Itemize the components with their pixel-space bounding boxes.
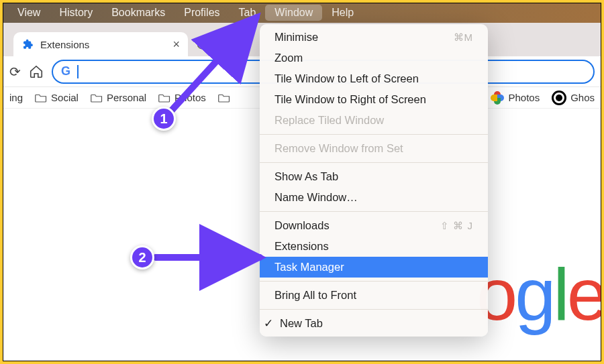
- menu-separator: [260, 162, 488, 163]
- menu-item-new-tab[interactable]: ✓New Tab: [260, 313, 488, 334]
- bookmark-label: Photos: [508, 92, 540, 103]
- folder-icon: [35, 93, 47, 103]
- puzzle-icon: [21, 38, 34, 50]
- menu-item-show-as-tab[interactable]: Show As Tab: [260, 166, 488, 187]
- menu-shortcut: ⇧ ⌘ J: [440, 220, 473, 232]
- annotation-badge-2: 2: [130, 245, 154, 269]
- menu-item-bring-all-to-front[interactable]: Bring All to Front: [260, 285, 488, 306]
- menu-tab[interactable]: Tab: [230, 5, 266, 21]
- globe-icon: [196, 38, 208, 50]
- bookmark-personal[interactable]: Personal: [91, 92, 146, 103]
- check-icon: ✓: [264, 317, 274, 330]
- bookmark-folder-blank[interactable]: [218, 93, 230, 103]
- menu-item-label: Zoom: [274, 52, 303, 64]
- reload-icon[interactable]: ⟳: [9, 64, 21, 80]
- bookmark-gphotos[interactable]: Photos: [491, 91, 540, 105]
- google-logo-partial: ogle: [476, 251, 604, 337]
- menu-item-tile-window-to-left-of-screen[interactable]: Tile Window to Left of Screen: [260, 68, 488, 89]
- ghost-icon: [552, 90, 566, 105]
- menu-window[interactable]: Window: [265, 5, 322, 21]
- menu-history[interactable]: History: [50, 5, 102, 21]
- menu-separator: [260, 281, 488, 282]
- menu-item-label: Task Manager: [274, 261, 344, 274]
- tab-title: Extensions: [40, 39, 89, 50]
- menu-shortcut: ⌘M: [454, 32, 474, 44]
- menu-separator: [260, 211, 488, 212]
- folder-icon: [91, 93, 103, 103]
- close-icon[interactable]: ×: [172, 38, 180, 52]
- menu-item-label: Replace Tiled Window: [274, 114, 384, 127]
- text-caret: [77, 65, 79, 78]
- bookmark-cutoff[interactable]: ing: [9, 92, 23, 103]
- bookmark-label: Personal: [107, 92, 146, 103]
- menu-item-label: Extensions: [274, 240, 329, 253]
- menu-item-name-window[interactable]: Name Window…: [260, 187, 488, 208]
- menu-item-label: Tile Window to Left of Screen: [274, 72, 419, 85]
- menu-item-downloads[interactable]: Downloads⇧ ⌘ J: [260, 215, 488, 236]
- tab-other-title: N: [212, 39, 219, 50]
- bookmark-label: Social: [51, 92, 79, 103]
- window-menu-dropdown: Minimise⌘MZoomTile Window to Left of Scr…: [260, 24, 488, 337]
- annotation-badge-1: 1: [152, 107, 176, 131]
- folder-icon: [158, 93, 170, 103]
- menu-item-label: Minimise: [274, 31, 318, 44]
- tab-other[interactable]: N: [192, 32, 223, 56]
- bookmark-label: Photos: [174, 92, 206, 103]
- menu-item-remove-window-from-set: Remove Window from Set: [260, 138, 488, 159]
- menu-help[interactable]: Help: [322, 5, 363, 21]
- menu-profiles[interactable]: Profiles: [174, 5, 229, 21]
- mac-menubar: View History Bookmarks Profiles Tab Wind…: [3, 3, 601, 23]
- menu-item-label: Name Window…: [274, 191, 358, 204]
- tab-extensions[interactable]: Extensions ×: [13, 32, 188, 56]
- menu-item-extensions[interactable]: Extensions: [260, 236, 488, 257]
- bookmark-photos[interactable]: Photos: [158, 92, 206, 103]
- menu-item-label: Remove Window from Set: [274, 142, 403, 155]
- menu-separator: [260, 134, 488, 135]
- menu-item-label: New Tab: [280, 317, 323, 330]
- bookmark-ghost[interactable]: Ghos: [552, 90, 595, 105]
- menu-item-label: Tile Window to Right of Screen: [274, 93, 426, 106]
- bookmark-social[interactable]: Social: [35, 92, 79, 103]
- menu-item-zoom[interactable]: Zoom: [260, 48, 488, 68]
- menu-separator: [260, 309, 488, 310]
- menu-item-minimise[interactable]: Minimise⌘M: [260, 27, 488, 48]
- folder-icon: [218, 93, 230, 103]
- menu-item-label: Downloads: [274, 219, 330, 232]
- bookmark-label: Ghos: [570, 92, 595, 103]
- menu-item-task-manager[interactable]: Task Manager: [260, 257, 488, 278]
- menu-view[interactable]: View: [8, 5, 50, 21]
- menu-item-label: Bring All to Front: [274, 289, 356, 302]
- gphotos-icon: [491, 91, 504, 105]
- menu-item-label: Show As Tab: [274, 170, 338, 183]
- menu-item-replace-tiled-window: Replace Tiled Window: [260, 110, 488, 131]
- menu-bookmarks[interactable]: Bookmarks: [102, 5, 174, 21]
- home-icon[interactable]: [29, 64, 44, 79]
- google-favicon: G: [61, 64, 70, 78]
- menu-item-tile-window-to-right-of-screen[interactable]: Tile Window to Right of Screen: [260, 89, 488, 110]
